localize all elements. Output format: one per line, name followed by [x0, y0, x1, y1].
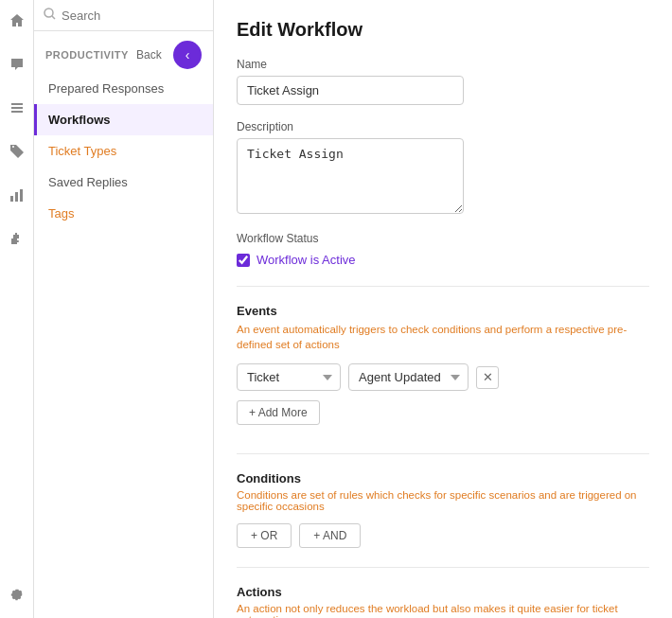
svg-line-7 [52, 16, 55, 19]
sidebar-item-workflows[interactable]: Workflows [34, 104, 213, 135]
event-trigger-select[interactable]: Agent Updated [348, 363, 469, 391]
sidebar-item-saved-replies[interactable]: Saved Replies [34, 167, 213, 198]
chart-icon[interactable] [4, 182, 30, 208]
edit-workflow-content: Edit Workflow Name Description Ticket As… [214, 0, 672, 618]
events-section: Events An event automatically triggers t… [237, 304, 649, 444]
name-label: Name [237, 58, 649, 71]
home-icon[interactable] [4, 8, 30, 34]
workflow-active-checkbox[interactable] [237, 254, 250, 267]
svg-rect-1 [11, 107, 23, 109]
events-title: Events [237, 304, 649, 318]
puzzle-icon[interactable] [4, 225, 30, 252]
icon-bar [0, 0, 34, 618]
conditions-title: Conditions [237, 471, 649, 486]
search-icon [44, 8, 56, 23]
and-button[interactable]: + AND [299, 523, 361, 548]
sidebar-search-bar[interactable] [34, 0, 213, 31]
settings-bottom-icon[interactable] [4, 582, 30, 609]
chat-icon[interactable] [4, 51, 30, 78]
conditions-section: Conditions Conditions are set of rules w… [237, 471, 649, 548]
main-content: Edit Workflow Name Description Ticket As… [214, 0, 672, 618]
or-button[interactable]: + OR [237, 523, 292, 548]
svg-rect-0 [11, 103, 23, 105]
workflow-active-row: Workflow is Active [237, 253, 649, 267]
event-remove-button[interactable]: ✕ [476, 366, 499, 389]
description-group: Description Ticket Assign [237, 120, 649, 217]
description-textarea[interactable]: Ticket Assign [237, 138, 464, 214]
back-button[interactable]: Back [136, 48, 162, 62]
sidebar: PRODUCTIVITY Back ‹ Prepared Responses W… [34, 0, 214, 618]
productivity-label: PRODUCTIVITY [45, 49, 129, 61]
svg-rect-4 [15, 192, 18, 202]
back-circle-button[interactable]: ‹ [173, 41, 202, 69]
list-icon[interactable] [4, 95, 30, 121]
description-label: Description [237, 120, 649, 133]
search-input[interactable] [62, 9, 203, 23]
events-desc: An event automatically triggers to check… [237, 322, 649, 352]
workflow-status-label: Workflow Status [237, 232, 649, 245]
svg-point-6 [44, 9, 53, 17]
workflow-status-section: Workflow Status Workflow is Active [237, 232, 649, 267]
tag-icon[interactable] [4, 138, 30, 165]
workflow-active-label: Workflow is Active [256, 253, 356, 267]
svg-rect-2 [11, 111, 23, 113]
sidebar-item-ticket-types[interactable]: Ticket Types [34, 135, 213, 167]
event-type-select[interactable]: Ticket [237, 363, 341, 391]
sidebar-item-tags[interactable]: Tags [34, 198, 213, 229]
sidebar-item-prepared-responses[interactable]: Prepared Responses [34, 73, 213, 104]
conditions-buttons-row: + OR + AND [237, 523, 649, 548]
event-dropdowns-row: Ticket Agent Updated ✕ [237, 363, 649, 391]
actions-section: Actions An action not only reduces the w… [237, 585, 649, 618]
svg-rect-3 [10, 196, 13, 202]
svg-rect-5 [20, 189, 23, 202]
page-title: Edit Workflow [237, 19, 649, 41]
actions-title: Actions [237, 585, 649, 599]
name-input[interactable] [237, 76, 464, 105]
actions-desc: An action not only reduces the workload … [237, 603, 649, 618]
conditions-desc: Conditions are set of rules which checks… [237, 489, 649, 512]
events-add-more-button[interactable]: + Add More [237, 400, 320, 425]
name-group: Name [237, 58, 649, 105]
